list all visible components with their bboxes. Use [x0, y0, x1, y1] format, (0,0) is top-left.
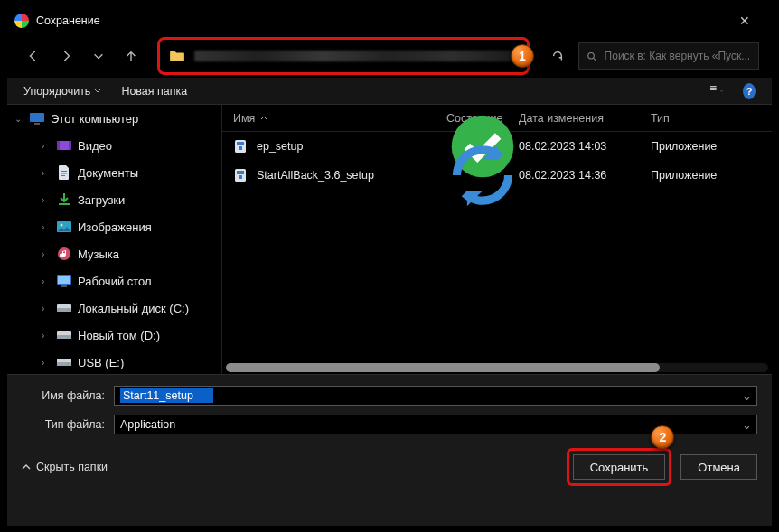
tree-item-label: Рабочий стол — [78, 275, 152, 288]
tree-item-label: Видео — [78, 139, 112, 153]
svg-rect-3 — [710, 89, 717, 89]
tree-item-disk[interactable]: ›Локальный диск (C:) — [7, 294, 221, 322]
recent-button[interactable] — [85, 42, 112, 70]
footer: Скрыть папки Сохранить 2 Отмена — [7, 443, 772, 490]
image-icon — [56, 219, 72, 234]
tree-item-desktop[interactable]: ›Рабочий стол — [7, 267, 221, 294]
chevron-down-icon — [94, 88, 101, 95]
svg-rect-12 — [59, 203, 70, 205]
new-folder-button[interactable]: Новая папка — [116, 81, 192, 101]
tree-item-image[interactable]: ›Изображения — [7, 213, 221, 240]
svg-rect-26 — [57, 362, 71, 366]
tree-item-disk[interactable]: ›Новый том (D:) — [7, 322, 221, 349]
video-icon — [56, 138, 72, 153]
svg-rect-34 — [239, 175, 242, 179]
col-name[interactable]: Имя — [233, 112, 446, 125]
chevron-down-icon[interactable]: ⌄ — [738, 415, 755, 434]
col-type-label: Тип — [651, 112, 670, 125]
chevron-right-icon: › — [42, 195, 51, 205]
chevron-down-icon[interactable]: ⌄ — [738, 387, 755, 405]
save-dialog: Сохранение ✕ 1 Упорядочить Новая — [7, 7, 772, 526]
tree-item-video[interactable]: ›Видео — [7, 132, 221, 159]
svg-rect-29 — [237, 142, 244, 145]
view-button[interactable] — [705, 82, 728, 100]
tree-label: Этот компьютер — [51, 112, 138, 126]
svg-rect-17 — [58, 276, 70, 284]
filetype-row: Тип файла: ⌄ — [22, 415, 757, 434]
app-file-icon — [233, 168, 249, 182]
tree-item-label: USB (E:) — [78, 356, 124, 369]
help-icon: ? — [743, 83, 756, 99]
nav-row: 1 — [7, 34, 772, 78]
svg-rect-7 — [57, 141, 60, 150]
chrome-icon — [14, 14, 29, 28]
desktop-icon — [56, 274, 72, 288]
cancel-button[interactable]: Отмена — [680, 454, 757, 480]
save-highlight: Сохранить 2 — [567, 448, 672, 486]
back-button[interactable] — [20, 42, 47, 70]
tree-item-disk[interactable]: ›USB (E:) — [7, 349, 221, 374]
col-name-label: Имя — [233, 112, 255, 125]
col-date[interactable]: Дата изменения — [519, 112, 651, 125]
help-button[interactable]: ? — [737, 79, 761, 103]
svg-rect-11 — [61, 175, 65, 176]
tree-item-download[interactable]: ›Загрузки — [7, 186, 221, 213]
music-icon — [56, 247, 72, 261]
pc-icon — [29, 111, 45, 126]
tree-item-label: Документы — [78, 166, 138, 180]
file-list: Имя Состояние Дата изменения Тип ep_setu… — [222, 105, 772, 374]
tree-item-label: Локальный диск (C:) — [78, 302, 189, 315]
callout-marker-2: 2 — [651, 425, 674, 449]
disk-icon — [56, 301, 72, 315]
tree-item-label: Загрузки — [78, 193, 125, 207]
col-type[interactable]: Тип — [651, 112, 759, 125]
chevron-right-icon: › — [42, 358, 51, 368]
horizontal-scrollbar[interactable] — [222, 361, 772, 374]
filename-field[interactable]: ⌄ — [114, 386, 757, 406]
disk-icon — [56, 355, 72, 369]
filetype-label: Тип файла: — [22, 418, 105, 431]
svg-rect-8 — [69, 141, 71, 150]
svg-rect-21 — [67, 310, 69, 311]
save-button[interactable]: Сохранить — [573, 454, 666, 480]
tree-item-music[interactable]: ›Музыка — [7, 240, 221, 267]
titlebar: Сохранение ✕ — [7, 7, 772, 34]
download-icon — [56, 192, 72, 207]
svg-point-0 — [588, 52, 595, 59]
svg-rect-18 — [61, 285, 67, 287]
close-button[interactable]: ✕ — [725, 7, 765, 34]
search-input[interactable] — [605, 50, 751, 62]
search-box[interactable] — [578, 42, 759, 70]
folder-icon — [169, 50, 185, 62]
nav-tree: ⌄ Этот компьютер ›Видео›Документы›Загруз… — [7, 105, 222, 374]
tree-root-this-pc[interactable]: ⌄ Этот компьютер — [7, 105, 221, 132]
forward-button[interactable] — [52, 42, 80, 70]
doc-icon — [56, 165, 72, 180]
organize-button[interactable]: Упорядочить — [18, 81, 107, 101]
chevron-right-icon: › — [42, 331, 51, 341]
file-row[interactable]: StartAllBack_3.6_setup08.02.2023 14:36Пр… — [222, 161, 772, 190]
refresh-button[interactable] — [542, 42, 573, 70]
disk-icon — [56, 328, 72, 342]
tree-item-label: Изображения — [78, 220, 152, 234]
svg-rect-27 — [67, 364, 69, 365]
scrollbar-thumb[interactable] — [226, 363, 660, 372]
window-title: Сохранение — [36, 14, 100, 27]
up-button[interactable] — [117, 42, 145, 70]
hide-folders-button[interactable]: Скрыть папки — [22, 461, 108, 473]
save-label: Сохранить — [590, 461, 649, 474]
cancel-label: Отмена — [698, 461, 740, 474]
view-icon — [710, 86, 717, 97]
file-type: Приложение — [651, 140, 759, 153]
filename-input[interactable] — [120, 388, 213, 403]
toolbar: Упорядочить Новая папка ? — [7, 78, 772, 105]
file-name: ep_setup — [257, 140, 303, 153]
file-date: 08.02.2023 14:36 — [519, 169, 651, 182]
svg-rect-5 — [34, 123, 40, 125]
tree-item-doc[interactable]: ›Документы — [7, 159, 221, 186]
address-bar[interactable]: 1 — [157, 37, 530, 75]
chevron-right-icon: › — [42, 222, 51, 232]
chevron-right-icon: › — [42, 141, 51, 151]
filename-row: Имя файла: ⌄ — [22, 386, 757, 406]
chevron-up-icon — [22, 462, 31, 471]
